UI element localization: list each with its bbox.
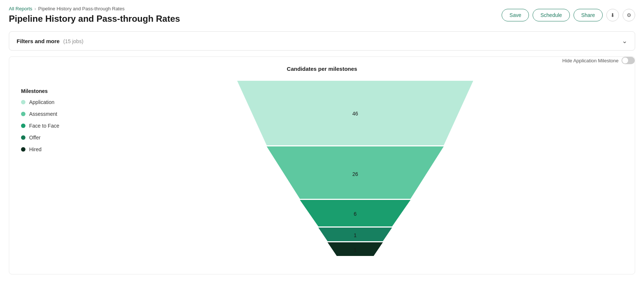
- legend-item-4: Hired: [21, 146, 87, 152]
- settings-button[interactable]: ⚙: [623, 9, 635, 21]
- share-button[interactable]: Share: [574, 9, 603, 21]
- legend-items: Application Assessment Face to Face Offe…: [21, 99, 87, 152]
- hide-milestone-switch[interactable]: [622, 57, 635, 64]
- legend-label-3: Offer: [29, 135, 41, 141]
- legend-dot-4: [21, 147, 25, 152]
- filters-bar[interactable]: Filters and more (15 jobs) ⌄: [9, 31, 635, 51]
- hide-milestone-toggle: Hide Application Milestone: [562, 57, 635, 64]
- legend-label-4: Hired: [29, 146, 41, 152]
- funnel-label-1: 26: [352, 171, 358, 177]
- legend-item-3: Offer: [21, 135, 87, 141]
- funnel-chart: 46 26 6 1 1: [237, 81, 473, 265]
- legend-item-1: Assessment: [21, 111, 87, 117]
- chart-title: Candidates per milestones: [21, 66, 623, 72]
- legend-title: Milestones: [21, 88, 87, 94]
- legend-dot-3: [21, 135, 25, 140]
- download-button[interactable]: ⬇: [606, 9, 619, 21]
- funnel-label-0: 46: [352, 111, 358, 117]
- settings-icon: ⚙: [627, 12, 631, 18]
- chart-container: Hide Application Milestone Candidates pe…: [9, 56, 635, 274]
- legend-dot-0: [21, 100, 25, 104]
- breadcrumb-current: Pipeline History and Pass-through Rates: [38, 6, 125, 11]
- legend-item-2: Face to Face: [21, 123, 87, 129]
- chevron-down-icon[interactable]: ⌄: [622, 37, 627, 45]
- funnel-label-4: 1: [354, 247, 357, 253]
- page-title: Pipeline History and Pass-through Rates: [9, 14, 180, 24]
- legend-dot-1: [21, 112, 25, 116]
- header-left: All Reports › Pipeline History and Pass-…: [9, 6, 180, 24]
- filters-count: (15 jobs): [63, 38, 83, 44]
- legend-label-2: Face to Face: [29, 123, 59, 129]
- legend-item-0: Application: [21, 99, 87, 105]
- funnel-label-2: 6: [354, 211, 357, 217]
- filters-label-group: Filters and more (15 jobs): [17, 38, 83, 44]
- filters-label: Filters and more: [17, 38, 60, 44]
- schedule-button[interactable]: Schedule: [533, 9, 569, 21]
- download-icon: ⬇: [610, 12, 615, 18]
- save-button[interactable]: Save: [502, 9, 529, 21]
- hide-milestone-label: Hide Application Milestone: [562, 58, 619, 63]
- page-header: All Reports › Pipeline History and Pass-…: [0, 0, 644, 27]
- breadcrumb-separator: ›: [35, 6, 36, 11]
- header-actions: Save Schedule Share ⬇ ⚙: [502, 9, 635, 21]
- legend-label-1: Assessment: [29, 111, 57, 117]
- breadcrumb-all-reports[interactable]: All Reports: [9, 6, 32, 11]
- legend-dot-2: [21, 124, 25, 128]
- funnel-wrapper: 46 26 6 1 1: [87, 81, 623, 265]
- legend: Milestones Application Assessment Face t…: [21, 81, 87, 158]
- breadcrumb: All Reports › Pipeline History and Pass-…: [9, 6, 180, 11]
- funnel-label-3: 1: [354, 232, 357, 238]
- chart-inner: Milestones Application Assessment Face t…: [21, 81, 623, 265]
- legend-label-0: Application: [29, 99, 55, 105]
